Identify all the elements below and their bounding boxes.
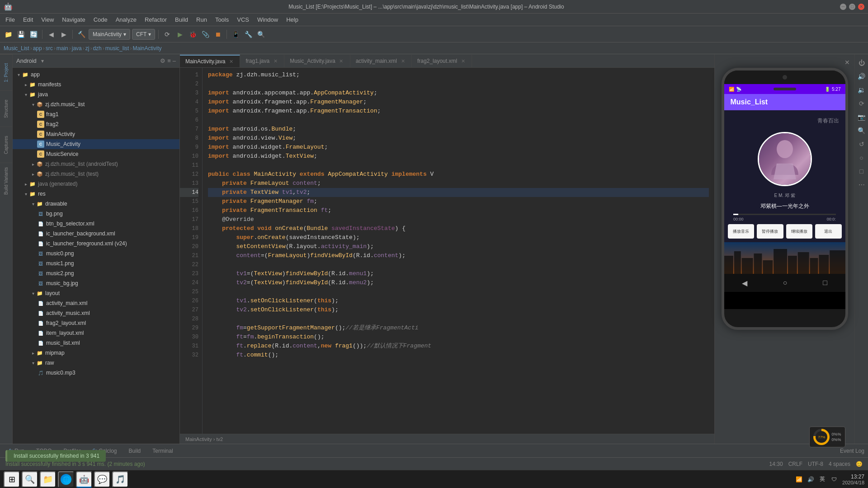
tree-item-raw[interactable]: ▾ 📁 raw [13,358,179,368]
sidebar-minimize-icon[interactable]: – [173,57,176,64]
menu-view[interactable]: View [38,15,57,24]
run-config-dropdown[interactable]: MainActivity ▾ [89,29,130,40]
tree-item-ic-bg-xml[interactable]: 📄 ic_launcher_background.xml [13,229,179,239]
tree-item-mipmap[interactable]: ▸ 📁 mipmap [13,348,179,358]
toolbar-sync-btn[interactable]: 🔄 [28,29,39,40]
screenshot-icon[interactable]: 📷 [857,112,867,122]
menu-build[interactable]: Build [171,15,192,24]
music-button[interactable]: 🎵 [112,471,128,488]
menu-code[interactable]: Code [90,15,111,24]
code-editor[interactable]: 12345 678910 1112131415 1617181920 21222… [180,68,714,434]
tree-item-music1-png[interactable]: 🖼 music1.png [13,258,179,268]
tree-item-pkg[interactable]: ▾ 📦 zj.dzh.music_list [13,99,179,109]
tree-item-music0-mp3[interactable]: 🎵 music0.mp3 [13,368,179,378]
tree-item-app[interactable]: ▾ 📁 app [13,70,179,80]
tree-item-mainactivity[interactable]: C MainActivity [13,129,179,139]
phone-back-btn[interactable]: ◀ [742,279,747,287]
toolbar-forward-btn[interactable]: ▶ [58,29,69,40]
power-icon[interactable]: ⏻ [857,58,867,68]
tree-item-bg-png[interactable]: 🖼 bg.png [13,209,179,219]
sidebar-gear-icon[interactable]: ≡ [167,57,171,64]
phone-play-btn[interactable]: 播放音乐 [728,224,755,239]
more-icon[interactable]: ⋯ [857,180,867,190]
bottom-tab-build[interactable]: Build [124,447,146,455]
menu-help[interactable]: Help [283,15,302,24]
toolbar-refresh-btn[interactable]: ⟳ [162,29,173,40]
volume-down-icon[interactable]: 🔉 [857,85,867,95]
file-explorer-button[interactable]: 📁 [40,471,56,488]
tab-frag2-layout-xml-close[interactable]: ✕ [460,58,466,64]
menu-file[interactable]: File [2,15,19,24]
tree-item-frag2[interactable]: C frag2 [13,119,179,129]
tree-item-ic-fg-xml[interactable]: 📄 ic_launcher_foreground.xml (v24) [13,239,179,249]
menu-analyze[interactable]: Analyze [112,15,140,24]
tree-item-frag2-layout-xml[interactable]: 📄 frag2_layout.xml [13,318,179,328]
toolbar-attach-btn[interactable]: 📎 [200,29,211,40]
phone-home-btn[interactable]: ○ [783,279,788,287]
tree-item-activity-main-xml[interactable]: 📄 activity_main.xml [13,298,179,308]
tree-item-frag1[interactable]: C frag1 [13,109,179,119]
tree-item-android-test[interactable]: ▸ 📦 zj.dzh.music_list (androidTest) [13,159,179,169]
volume-up-icon[interactable]: 🔊 [857,71,867,81]
breadcrumb-zj[interactable]: zj [85,45,90,52]
tree-item-activity-music-xml[interactable]: 📄 activity_music.xml [13,308,179,318]
square-icon[interactable]: □ [857,166,867,176]
back-icon[interactable]: ↺ [857,139,867,149]
tree-item-music-service[interactable]: C MusicService [13,149,179,159]
menu-window[interactable]: Window [254,15,282,24]
tree-item-music-list-xml[interactable]: 📄 music_list.xml [13,338,179,348]
tree-item-res[interactable]: ▾ 📁 res [13,189,179,199]
vtab-structure[interactable]: Structure [0,90,12,127]
menu-navigate[interactable]: Navigate [58,15,89,24]
tree-item-java[interactable]: ▾ 📁 java [13,89,179,99]
toolbar-search-btn[interactable]: 🔍 [255,29,266,40]
tab-music-activity[interactable]: Music_Activity.java ✕ [284,55,350,67]
antivirus-icon[interactable]: 🛡 [830,475,839,484]
home-icon[interactable]: ○ [857,153,867,163]
toolbar-debug-btn[interactable]: 🐞 [187,29,198,40]
maximize-button[interactable]: □ [849,4,855,10]
vtab-captures[interactable]: Captures [0,127,12,163]
event-log-btn[interactable]: Event Log [840,448,864,454]
phone-pause-btn[interactable]: 暂停播放 [757,224,783,239]
tab-mainactivity[interactable]: MainActivity.java ✕ [180,55,240,67]
minimize-button[interactable]: ─ [840,4,846,10]
menu-vcs[interactable]: VCS [233,15,253,24]
zoom-in-icon[interactable]: 🔍 [857,126,867,136]
tab-activity-main-xml[interactable]: activity_main.xml ✕ [350,55,412,67]
menu-edit[interactable]: Edit [19,15,37,24]
close-button[interactable]: ✕ [858,4,864,10]
phone-preview-close[interactable]: ✕ [844,59,850,66]
volume-icon[interactable]: 🔊 [806,475,815,484]
android-studio-button[interactable]: 🤖 [76,471,92,488]
keyboard-icon[interactable]: 英 [818,475,827,484]
toolbar-back-btn[interactable]: ◀ [46,29,57,40]
tree-item-music-bg-jpg[interactable]: 🖼 music_bg.jpg [13,278,179,288]
tree-item-layout[interactable]: ▾ 📁 layout [13,288,179,298]
phone-recents-btn[interactable]: □ [823,279,827,287]
tab-frag1[interactable]: frag1.java ✕ [240,55,284,67]
toolbar-sdk-btn[interactable]: 🔧 [243,29,254,40]
breadcrumb-app[interactable]: app [33,45,42,52]
vtab-project[interactable]: 1: Project [0,54,12,90]
breadcrumb-dzh[interactable]: dzh [93,45,101,52]
toolbar-open-btn[interactable]: 📁 [3,29,14,40]
tree-item-java-gen[interactable]: ▸ 📁 java (generated) [13,179,179,189]
toolbar-avd-btn[interactable]: 📱 [230,29,241,40]
tab-frag2-layout-xml[interactable]: frag2_layout.xml ✕ [412,55,472,67]
tab-activity-main-xml-close[interactable]: ✕ [400,58,406,64]
vtab-build[interactable]: Build Variants [0,163,12,199]
network-icon[interactable]: 📶 [794,475,803,484]
tab-mainactivity-close[interactable]: ✕ [228,58,234,65]
tree-item-btn-xml[interactable]: 📄 btn_bg_selector.xml [13,219,179,229]
sidebar-settings-icon[interactable]: ⚙ [160,57,165,64]
tree-item-music0-png[interactable]: 🖼 music0.png [13,249,179,258]
breadcrumb-src[interactable]: src [46,45,53,52]
tree-item-drawable[interactable]: ▾ 📁 drawable [13,199,179,209]
menu-refactor[interactable]: Refactor [141,15,170,24]
search-taskbar-button[interactable]: 🔍 [22,471,38,488]
start-button[interactable]: ⊞ [4,471,20,488]
tree-item-manifests[interactable]: ▸ 📁 manifests [13,80,179,89]
toolbar-save-btn[interactable]: 💾 [15,29,26,40]
rotate-icon[interactable]: ⟳ [857,99,867,108]
